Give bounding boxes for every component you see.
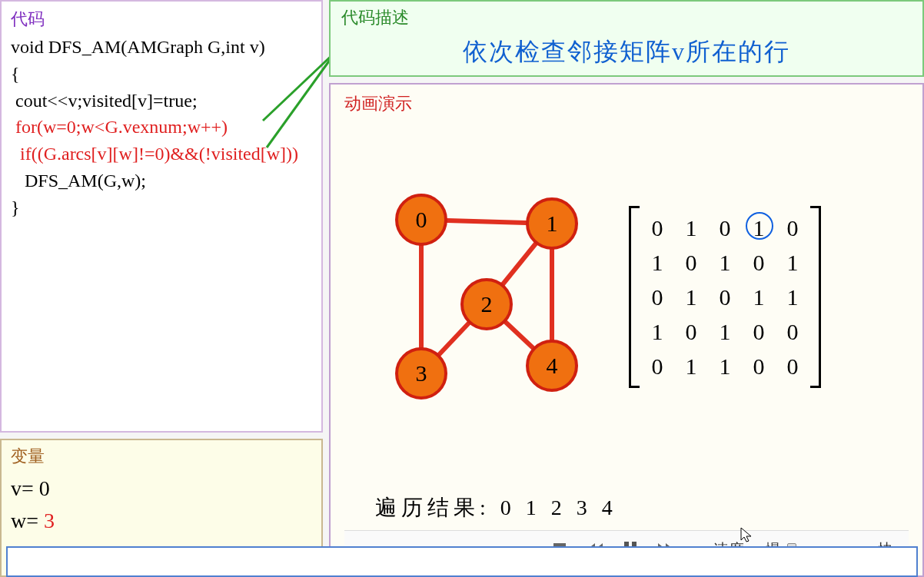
matrix-cell: 0 — [715, 280, 735, 314]
matrix-cell: 0 — [647, 211, 667, 245]
matrix-cell: 1 — [647, 245, 667, 280]
code-panel: 代码 void DFS_AM(AMGraph G,int v){ cout<<v… — [0, 0, 323, 433]
traversal-result: 遍历结果: 0 1 2 3 4 — [375, 493, 909, 522]
variable-item: w= 3 — [11, 505, 312, 537]
matrix-cell: 0 — [647, 349, 667, 383]
matrix-row: 10101 — [647, 245, 803, 280]
code-label: 代码 — [11, 8, 312, 31]
desc-label: 代码描述 — [341, 6, 912, 29]
matrix-cell: 0 — [783, 349, 803, 383]
code-line: for(w=0;w<G.vexnum;w++) — [11, 114, 312, 141]
graph-visualization: 01234 — [360, 181, 606, 412]
code-line: DFS_AM(G,w); — [11, 167, 312, 194]
matrix-cell: 1 — [749, 211, 769, 245]
matrix-cell: 1 — [715, 314, 735, 349]
matrix-row: 01100 — [647, 349, 803, 383]
matrix-cell: 1 — [783, 245, 803, 280]
matrix-cell: 0 — [715, 211, 735, 245]
matrix-cell: 0 — [681, 314, 701, 349]
matrix-cell: 1 — [749, 280, 769, 314]
matrix-cell: 1 — [715, 349, 735, 383]
matrix-cell: 0 — [681, 245, 701, 280]
animation-panel: 动画演示 01234 0101010101010111010001100 遍历结… — [329, 83, 924, 577]
code-line: } — [11, 194, 312, 221]
code-line: if((G.arcs[v][w]!=0)&&(!visited[w])) — [11, 141, 312, 167]
matrix-cell: 1 — [715, 245, 735, 280]
svg-text:1: 1 — [547, 211, 558, 236]
code-line: { — [11, 61, 312, 88]
var-label: 变量 — [11, 445, 312, 468]
matrix-row: 01010 — [647, 211, 803, 245]
matrix-cell: 0 — [749, 245, 769, 280]
matrix-cell: 1 — [681, 211, 701, 245]
desc-text: 依次检查邻接矩阵v所在的行 — [341, 35, 912, 69]
matrix-cell: 1 — [647, 314, 667, 349]
bottom-panel — [6, 546, 918, 577]
adjacency-matrix: 0101010101010111010001100 — [629, 206, 821, 388]
matrix-cell: 0 — [749, 349, 769, 383]
matrix-cell: 0 — [749, 314, 769, 349]
svg-text:3: 3 — [416, 360, 427, 386]
matrix-cell: 1 — [783, 280, 803, 314]
matrix-cell: 1 — [681, 280, 701, 314]
svg-text:0: 0 — [416, 207, 427, 232]
code-line: void DFS_AM(AMGraph G,int v) — [11, 34, 312, 61]
matrix-cell: 0 — [783, 211, 803, 245]
variable-item: v= 0 — [11, 473, 312, 505]
svg-text:2: 2 — [481, 291, 493, 317]
matrix-row: 10100 — [647, 314, 803, 349]
matrix-cell: 0 — [647, 280, 667, 314]
anim-label: 动画演示 — [344, 92, 909, 115]
svg-text:4: 4 — [547, 353, 558, 378]
matrix-row: 01011 — [647, 280, 803, 314]
code-body: void DFS_AM(AMGraph G,int v){ cout<<v;vi… — [11, 34, 312, 221]
description-panel: 代码描述 依次检查邻接矩阵v所在的行 — [329, 0, 924, 77]
matrix-cell: 1 — [681, 349, 701, 383]
code-line: cout<<v;visited[v]=true; — [11, 88, 312, 114]
matrix-cell: 0 — [783, 314, 803, 349]
